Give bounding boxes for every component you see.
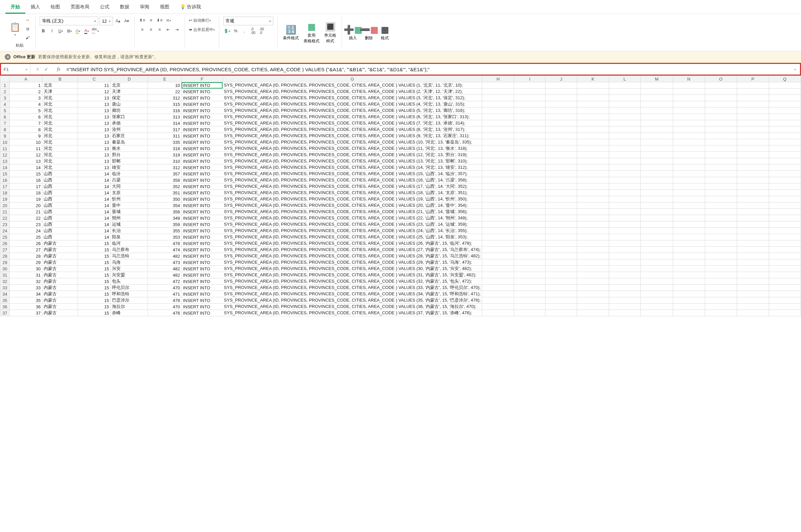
font-color-button[interactable]: A▾ [83, 27, 90, 35]
cell[interactable] [705, 222, 737, 228]
cell[interactable]: 14 [10, 165, 42, 171]
cell[interactable] [577, 190, 609, 196]
cell[interactable] [609, 203, 640, 209]
cell[interactable]: 忻州 [111, 196, 148, 203]
italic-button[interactable]: I [48, 27, 56, 35]
cell[interactable]: 秦皇岛 [111, 139, 148, 146]
cell[interactable] [769, 120, 801, 127]
cell[interactable]: 35 [10, 297, 42, 304]
cell[interactable]: 赤峰 [111, 310, 148, 316]
cell[interactable] [545, 240, 577, 247]
cell[interactable]: INSERT INTO [182, 127, 222, 133]
align-right-button[interactable]: ≡ [156, 26, 163, 33]
row-header[interactable]: 8 [0, 127, 10, 133]
cell[interactable]: 8 [10, 127, 42, 133]
cell[interactable] [545, 259, 577, 266]
cell[interactable]: INSERT INTO [182, 285, 222, 291]
cell[interactable] [673, 278, 705, 285]
cell[interactable] [737, 114, 769, 120]
cell[interactable] [673, 158, 705, 165]
cell[interactable]: 352 [148, 184, 182, 190]
cell[interactable] [577, 165, 609, 171]
cell[interactable]: 河北 [42, 158, 78, 165]
cell[interactable] [545, 127, 577, 133]
decrease-decimal-button[interactable]: .00.0 [258, 27, 265, 35]
align-top-button[interactable]: ⬆≡ [139, 17, 146, 24]
cell[interactable] [609, 146, 640, 152]
cell[interactable] [737, 101, 769, 108]
cell[interactable]: 13 [78, 95, 111, 101]
cell[interactable] [482, 165, 514, 171]
cell[interactable] [641, 234, 673, 240]
cell[interactable]: 13 [78, 108, 111, 114]
cell[interactable] [514, 152, 545, 158]
cell[interactable] [641, 165, 673, 171]
cell[interactable]: INSERT INTO [182, 184, 222, 190]
cell[interactable] [705, 95, 737, 101]
cell[interactable] [609, 101, 640, 108]
cell[interactable] [577, 209, 609, 215]
format-as-table-button[interactable]: ▦ 套用 表格格式 [302, 21, 321, 44]
bold-button[interactable]: B [40, 27, 47, 35]
cell[interactable] [577, 215, 609, 222]
cell[interactable] [705, 253, 737, 259]
row-header[interactable]: 12 [0, 152, 10, 158]
cell[interactable]: 476 [148, 310, 182, 316]
cell[interactable]: 37 [10, 310, 42, 316]
cell[interactable] [737, 222, 769, 228]
cell[interactable] [769, 158, 801, 165]
cell[interactable]: 14 [78, 203, 111, 209]
cell[interactable] [737, 152, 769, 158]
cancel-formula-button[interactable]: ✕ [34, 66, 42, 72]
cell[interactable] [609, 133, 640, 139]
cell[interactable]: 呼伦贝尔 [111, 285, 148, 291]
cell[interactable] [705, 209, 737, 215]
col-header-J[interactable]: J [545, 76, 577, 82]
cell[interactable] [545, 253, 577, 259]
cell[interactable] [609, 108, 640, 114]
cell[interactable] [609, 304, 640, 310]
cell[interactable] [769, 304, 801, 310]
cell[interactable]: INSERT INTO [182, 228, 222, 234]
cell[interactable]: 山西 [42, 215, 78, 222]
cell[interactable] [545, 184, 577, 190]
cell[interactable] [641, 139, 673, 146]
cell[interactable]: SYS_PROVINCE_AREA (ID, PROVINCES, PROVIN… [222, 297, 482, 304]
decrease-font-button[interactable]: A▾ [123, 17, 130, 25]
cell[interactable]: SYS_PROVINCE_AREA (ID, PROVINCES, PROVIN… [222, 196, 482, 203]
cell[interactable]: 474 [148, 247, 182, 253]
cell[interactable] [577, 95, 609, 101]
cell[interactable]: SYS_PROVINCE_AREA (ID, PROVINCES, PROVIN… [222, 177, 482, 184]
tab-数据[interactable]: 数据 [115, 1, 134, 14]
cell[interactable] [514, 146, 545, 152]
cell[interactable] [577, 234, 609, 240]
cell[interactable] [769, 272, 801, 278]
cell[interactable] [769, 310, 801, 316]
cell[interactable]: SYS_PROVINCE_AREA (ID, PROVINCES, PROVIN… [222, 82, 482, 89]
col-header-H[interactable]: H [482, 76, 514, 82]
cell[interactable] [673, 203, 705, 209]
cell[interactable] [514, 177, 545, 184]
cell[interactable] [514, 209, 545, 215]
cell[interactable]: 34 [10, 291, 42, 297]
cell[interactable]: 472 [148, 278, 182, 285]
cell[interactable]: 15 [78, 247, 111, 253]
cell[interactable] [769, 146, 801, 152]
cell[interactable]: SYS_PROVINCE_AREA (ID, PROVINCES, PROVIN… [222, 209, 482, 215]
cell[interactable] [482, 158, 514, 165]
cell[interactable] [545, 190, 577, 196]
cell[interactable] [641, 285, 673, 291]
cell[interactable] [545, 297, 577, 304]
cell[interactable]: 28 [10, 253, 42, 259]
cell[interactable]: INSERT INTO [182, 158, 222, 165]
cell[interactable] [545, 291, 577, 297]
cell[interactable] [514, 82, 545, 89]
cell[interactable] [737, 215, 769, 222]
cell[interactable]: INSERT INTO [182, 139, 222, 146]
cell[interactable]: 13 [78, 146, 111, 152]
cell[interactable]: 11 [10, 146, 42, 152]
cell[interactable] [705, 171, 737, 177]
cell[interactable] [673, 177, 705, 184]
cell[interactable]: 山西 [42, 203, 78, 209]
cell[interactable] [545, 101, 577, 108]
